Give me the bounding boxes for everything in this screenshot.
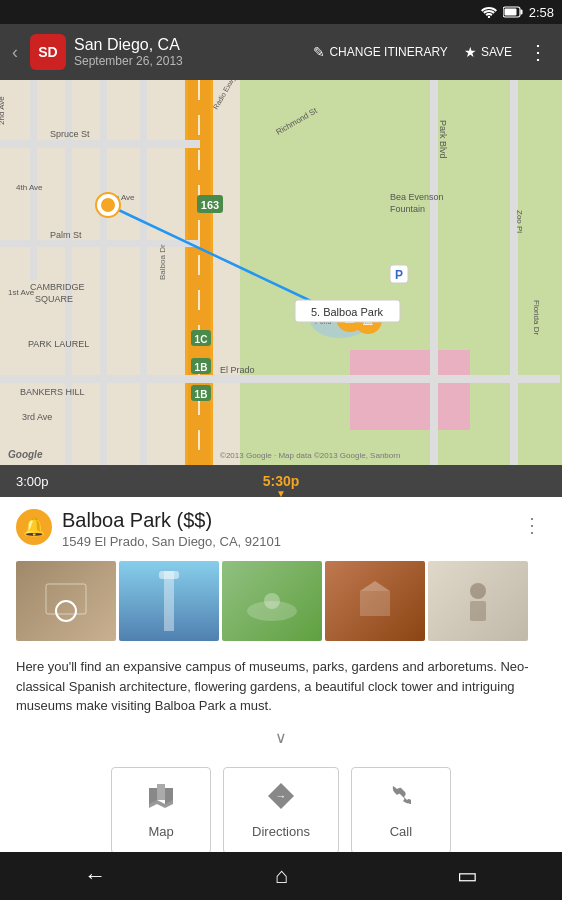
place-header: 🔔 Balboa Park ($$) 1549 El Prado, San Di…: [0, 497, 562, 553]
content-area: 🔔 Balboa Park ($$) 1549 El Prado, San Di…: [0, 497, 562, 852]
timeline-bar: 3:00p 5:30p ▼: [0, 465, 562, 497]
svg-point-63: [56, 601, 76, 621]
status-bar: 2:58: [0, 0, 562, 24]
place-more-button[interactable]: ⋮: [518, 509, 546, 541]
place-title-block: Balboa Park ($$) 1549 El Prado, San Dieg…: [62, 509, 508, 549]
header-date: September 26, 2013: [74, 54, 299, 68]
directions-button[interactable]: → Directions: [223, 767, 339, 853]
star-icon: ★: [464, 44, 477, 60]
place-address: 1549 El Prado, San Diego, CA, 92101: [62, 534, 508, 549]
status-icons: 2:58: [481, 5, 554, 20]
map-svg: 1C 1B 1B 163 Spruce St Palm St 2nd Ave 4…: [0, 80, 562, 465]
svg-text:©2013 Google · Map data ©2013 : ©2013 Google · Map data ©2013 Google, Sa…: [220, 451, 400, 460]
photo-1[interactable]: [16, 561, 116, 641]
svg-rect-65: [164, 571, 174, 631]
svg-text:4th Ave: 4th Ave: [16, 183, 43, 192]
svg-rect-66: [159, 571, 179, 579]
action-buttons: Map → Directions Call: [0, 751, 562, 853]
svg-rect-72: [470, 601, 486, 621]
svg-point-71: [470, 583, 486, 599]
svg-text:5. Balboa Park: 5. Balboa Park: [311, 306, 384, 318]
svg-text:2nd Ave: 2nd Ave: [0, 96, 6, 125]
svg-marker-70: [360, 581, 390, 591]
svg-rect-2: [520, 10, 522, 15]
app-logo: SD: [30, 34, 66, 70]
header-city: San Diego, CA: [74, 36, 299, 54]
place-description: Here you'll find an expansive campus of …: [0, 649, 562, 724]
svg-rect-64: [46, 584, 86, 614]
svg-text:Google: Google: [8, 449, 43, 460]
photo-5[interactable]: [428, 561, 528, 641]
save-button[interactable]: ★ SAVE: [458, 40, 518, 64]
svg-rect-13: [0, 375, 560, 383]
nav-home-button[interactable]: ⌂: [255, 855, 308, 897]
svg-text:Spruce St: Spruce St: [50, 129, 90, 139]
svg-rect-14: [30, 80, 37, 280]
svg-text:El Prado: El Prado: [220, 365, 255, 375]
svg-text:Palm St: Palm St: [50, 230, 82, 240]
timeline-arrow: ▼: [276, 488, 286, 499]
svg-rect-69: [360, 591, 390, 616]
back-button[interactable]: ‹: [8, 38, 22, 67]
nav-back-button[interactable]: ←: [64, 855, 126, 897]
map-icon: [147, 782, 175, 816]
svg-rect-18: [430, 80, 438, 465]
photos-strip[interactable]: [0, 553, 562, 649]
call-label: Call: [390, 824, 412, 839]
nav-recent-button[interactable]: ▭: [437, 855, 498, 897]
svg-text:1C: 1C: [195, 334, 208, 345]
svg-text:163: 163: [201, 199, 219, 211]
header-actions: ✎ CHANGE ITINERARY ★ SAVE ⋮: [307, 36, 554, 68]
phone-icon: [387, 782, 415, 816]
place-name: Balboa Park ($$): [62, 509, 508, 532]
svg-text:P: P: [395, 268, 403, 282]
map-button[interactable]: Map: [111, 767, 211, 853]
bell-icon: 🔔: [23, 516, 45, 538]
svg-text:Florida Dr: Florida Dr: [532, 300, 541, 335]
more-button[interactable]: ⋮: [522, 36, 554, 68]
svg-text:Fountain: Fountain: [390, 204, 425, 214]
svg-rect-19: [510, 80, 518, 465]
photo-3[interactable]: [222, 561, 322, 641]
svg-text:SQUARE: SQUARE: [35, 294, 73, 304]
svg-rect-7: [350, 350, 470, 430]
svg-text:Zoo Pl: Zoo Pl: [515, 210, 524, 233]
svg-rect-74: [157, 784, 165, 800]
app-header: ‹ SD San Diego, CA September 26, 2013 ✎ …: [0, 24, 562, 80]
svg-text:1B: 1B: [195, 362, 208, 373]
status-time: 2:58: [529, 5, 554, 20]
map-area[interactable]: 1C 1B 1B 163 Spruce St Palm St 2nd Ave 4…: [0, 80, 562, 465]
svg-rect-3: [504, 9, 516, 16]
change-itinerary-button[interactable]: ✎ CHANGE ITINERARY: [307, 40, 453, 64]
photo-4[interactable]: [325, 561, 425, 641]
svg-point-52: [101, 198, 115, 212]
svg-text:BANKERS HILL: BANKERS HILL: [20, 387, 85, 397]
wifi-icon: [481, 6, 497, 18]
svg-text:Balboa Dr: Balboa Dr: [158, 244, 167, 280]
timeline-end: 5:30p: [263, 473, 300, 489]
directions-icon: →: [267, 782, 295, 816]
logo-text: SD: [38, 45, 57, 59]
svg-text:1B: 1B: [195, 389, 208, 400]
svg-text:Bea Evenson: Bea Evenson: [390, 192, 444, 202]
photo-2[interactable]: [119, 561, 219, 641]
bottom-nav: ← ⌂ ▭: [0, 852, 562, 900]
pencil-icon: ✎: [313, 44, 325, 60]
svg-text:CAMBRIDGE: CAMBRIDGE: [30, 282, 85, 292]
svg-text:Park Blvd: Park Blvd: [438, 120, 448, 159]
svg-text:→: →: [275, 790, 286, 802]
battery-icon: [503, 6, 523, 18]
svg-rect-16: [100, 80, 107, 465]
timeline-start: 3:00p: [16, 474, 49, 489]
svg-point-0: [487, 16, 489, 18]
place-icon: 🔔: [16, 509, 52, 545]
call-button[interactable]: Call: [351, 767, 451, 853]
directions-label: Directions: [252, 824, 310, 839]
show-more[interactable]: ∨: [0, 724, 562, 751]
svg-rect-17: [140, 80, 147, 465]
map-label: Map: [148, 824, 173, 839]
svg-text:3rd Ave: 3rd Ave: [22, 412, 52, 422]
header-title-block: San Diego, CA September 26, 2013: [74, 36, 299, 68]
save-label: SAVE: [481, 45, 512, 59]
svg-point-68: [264, 593, 280, 609]
